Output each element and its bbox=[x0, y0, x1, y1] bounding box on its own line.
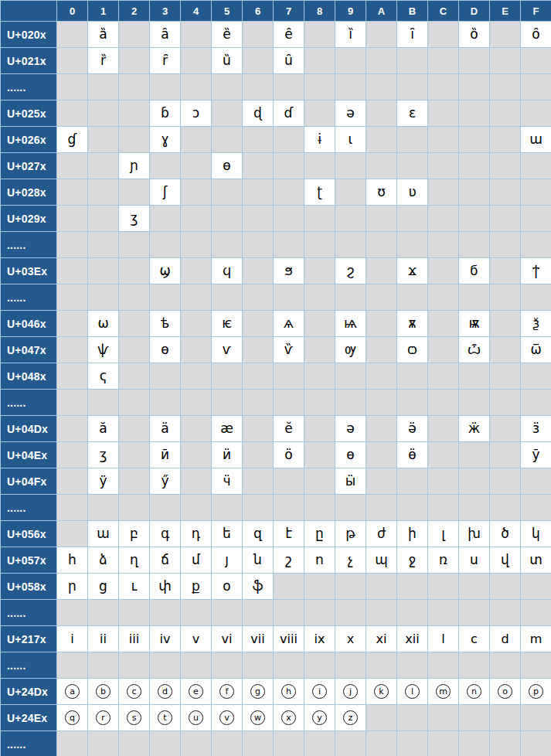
empty-cell bbox=[490, 705, 521, 731]
column-header-D: D bbox=[459, 1, 490, 22]
empty-cell bbox=[490, 284, 521, 311]
circled-letter: f bbox=[219, 684, 234, 699]
char-cell: ѽ bbox=[459, 337, 490, 363]
empty-cell bbox=[304, 232, 335, 258]
column-header-9: 9 bbox=[335, 1, 366, 22]
empty-cell bbox=[397, 705, 428, 731]
empty-cell bbox=[397, 232, 428, 258]
empty-cell bbox=[150, 390, 181, 416]
circled-letter: j bbox=[343, 684, 358, 699]
empty-cell bbox=[243, 731, 274, 756]
circled-letter: r bbox=[96, 710, 111, 725]
empty-cell bbox=[335, 652, 366, 679]
empty-cell bbox=[119, 100, 150, 127]
chart-row-u+020x: U+020xȁȃȅȇȉȋȍȏ bbox=[1, 22, 551, 48]
char-cell: ձ bbox=[88, 547, 119, 574]
row-label: ...... bbox=[1, 74, 57, 100]
empty-cell bbox=[366, 416, 397, 442]
char-cell: d bbox=[490, 626, 521, 652]
char-cell: v bbox=[212, 705, 243, 731]
column-header-B: B bbox=[397, 1, 428, 22]
empty-cell bbox=[88, 258, 119, 284]
empty-cell bbox=[57, 100, 88, 127]
empty-cell bbox=[521, 153, 551, 179]
char-cell: ӯ bbox=[521, 442, 551, 468]
empty-cell bbox=[181, 600, 212, 626]
char-cell: x bbox=[335, 626, 366, 652]
char-cell: ӟ bbox=[521, 416, 551, 442]
empty-cell bbox=[119, 74, 150, 100]
char-cell: g bbox=[243, 679, 274, 705]
empty-cell bbox=[490, 258, 521, 284]
char-cell: w bbox=[243, 705, 274, 731]
empty-cell bbox=[397, 468, 428, 495]
empty-cell bbox=[428, 416, 459, 442]
empty-cell bbox=[57, 48, 88, 74]
char-cell: i bbox=[304, 679, 335, 705]
empty-cell bbox=[212, 232, 243, 258]
chart-body: U+020xȁȃȅȇȉȋȍȏU+021xȑȓȕȗ......U+025xɓɔɖɗ… bbox=[1, 22, 551, 756]
empty-cell bbox=[521, 652, 551, 679]
char-cell: ȏ bbox=[521, 22, 551, 48]
empty-cell bbox=[181, 48, 212, 74]
char-cell: ղ bbox=[119, 547, 150, 574]
circled-letter: v bbox=[219, 710, 234, 725]
empty-cell bbox=[119, 468, 150, 495]
empty-cell bbox=[459, 442, 490, 468]
char-cell: փ bbox=[150, 574, 181, 600]
empty-cell bbox=[119, 48, 150, 74]
empty-cell bbox=[459, 468, 490, 495]
row-label: U+048x bbox=[1, 363, 57, 390]
empty-cell bbox=[490, 100, 521, 127]
empty-cell bbox=[274, 390, 304, 416]
empty-cell bbox=[181, 22, 212, 48]
circled-letter: h bbox=[281, 684, 296, 699]
empty-cell bbox=[490, 442, 521, 468]
empty-cell bbox=[459, 127, 490, 153]
char-cell: ӛ bbox=[397, 416, 428, 442]
empty-cell bbox=[88, 153, 119, 179]
empty-cell bbox=[212, 100, 243, 127]
empty-cell bbox=[521, 232, 551, 258]
char-cell: ժ bbox=[366, 521, 397, 547]
empty-cell bbox=[119, 416, 150, 442]
empty-cell bbox=[57, 521, 88, 547]
empty-cell bbox=[335, 74, 366, 100]
empty-cell bbox=[243, 127, 274, 153]
empty-cell bbox=[366, 74, 397, 100]
char-cell: ϧ bbox=[274, 258, 304, 284]
empty-cell bbox=[366, 337, 397, 363]
row-label: U+217x bbox=[1, 626, 57, 652]
empty-cell bbox=[490, 600, 521, 626]
char-cell: մ bbox=[181, 547, 212, 574]
empty-cell bbox=[397, 574, 428, 600]
empty-cell bbox=[366, 258, 397, 284]
empty-cell bbox=[459, 232, 490, 258]
row-label: U+029x bbox=[1, 206, 57, 232]
empty-cell bbox=[366, 284, 397, 311]
empty-cell bbox=[490, 311, 521, 337]
char-cell: iv bbox=[150, 626, 181, 652]
column-header-1: 1 bbox=[88, 1, 119, 22]
char-cell: յ bbox=[212, 547, 243, 574]
char-cell: ӥ bbox=[212, 442, 243, 468]
empty-cell bbox=[459, 74, 490, 100]
empty-cell bbox=[459, 731, 490, 756]
char-cell: ա bbox=[88, 521, 119, 547]
char-cell: u bbox=[181, 705, 212, 731]
char-cell: ix bbox=[304, 626, 335, 652]
empty-cell bbox=[366, 600, 397, 626]
empty-cell bbox=[181, 442, 212, 468]
empty-cell bbox=[243, 442, 274, 468]
char-cell: ȓ bbox=[150, 48, 181, 74]
empty-cell bbox=[88, 600, 119, 626]
empty-cell bbox=[119, 390, 150, 416]
char-cell: ɨ bbox=[304, 127, 335, 153]
char-cell: ə bbox=[335, 100, 366, 127]
char-cell: ɣ bbox=[150, 127, 181, 153]
chart-row-u+03ex: U+03Exϣϥϧϩϫϭϯ bbox=[1, 258, 551, 284]
empty-cell bbox=[397, 390, 428, 416]
empty-cell bbox=[490, 363, 521, 390]
char-cell: ȃ bbox=[150, 22, 181, 48]
empty-cell bbox=[181, 731, 212, 756]
